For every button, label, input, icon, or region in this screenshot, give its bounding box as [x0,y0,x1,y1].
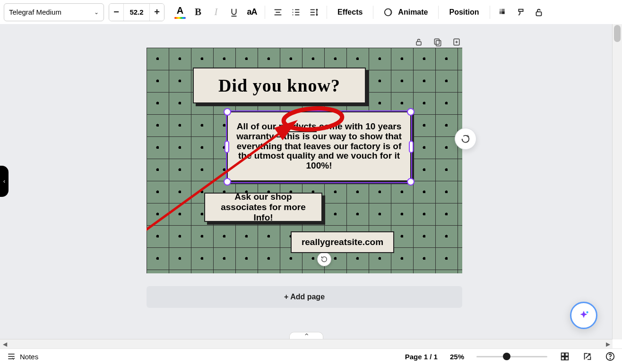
cta-text: Ask our shop associates for more Info! [214,192,313,223]
assistant-fab[interactable] [570,302,597,329]
svg-rect-35 [565,353,568,356]
rainbow-bar [174,17,186,19]
underline-button[interactable] [226,4,242,20]
collapse-panel-tab[interactable]: ‹ [0,166,9,197]
effects-button[interactable]: Effects [332,4,368,20]
title-box[interactable]: Did you know? [193,68,366,103]
font-name: Telegraf Medium [9,8,61,16]
svg-rect-16 [502,8,505,11]
unlock-page-icon[interactable] [414,37,423,47]
spacing-button[interactable] [306,4,322,20]
design-canvas[interactable]: Did you know? All of our prodycts come w… [147,48,462,273]
add-page-icon[interactable] [452,37,461,47]
title-text: Did you know? [218,75,340,96]
present-button[interactable] [582,351,593,362]
footer-right: Page 1 / 1 25% [405,351,615,362]
footer: Notes Page 1 / 1 25% [0,348,622,364]
svg-rect-19 [536,12,541,16]
text-color-button[interactable]: A [172,4,188,20]
zoom-slider[interactable] [476,352,547,361]
separator [373,6,373,19]
add-page-label: + Add page [284,293,325,301]
duplicate-page-icon[interactable] [433,37,442,47]
notes-button[interactable]: Notes [7,352,38,361]
help-button[interactable] [605,351,615,362]
copy-style-button[interactable] [513,4,529,20]
font-size-decrease[interactable]: − [109,4,123,21]
vertical-scrollbar[interactable] [612,24,622,339]
url-box[interactable]: reallygreatsite.com [291,231,394,253]
text-toolbar: Telegraf Medium ⌄ − + A B I aA Effects A… [0,0,622,25]
horizontal-scrollbar[interactable]: ◀ ▶ [0,339,613,349]
svg-point-6 [293,14,294,15]
scroll-thumb[interactable] [614,25,621,42]
separator [265,6,265,19]
svg-rect-22 [436,41,441,46]
lock-button[interactable] [531,4,547,20]
align-button[interactable] [270,4,286,20]
add-page-button[interactable]: + Add page [147,286,462,308]
case-button[interactable]: aA [244,4,260,20]
position-button[interactable]: Position [443,4,484,20]
svg-point-40 [610,358,610,359]
svg-rect-21 [434,39,439,44]
svg-rect-18 [502,11,505,14]
svg-line-38 [586,354,590,358]
text-color-letter: A [177,5,183,16]
page-actions [414,37,461,47]
notes-label: Notes [20,353,38,361]
svg-text:+: + [466,134,469,139]
svg-rect-17 [499,11,502,14]
transparency-button[interactable] [495,4,511,20]
font-size-increase[interactable]: + [150,4,164,21]
body-box[interactable]: All of our prodycts come with 10 years w… [227,111,411,181]
font-size-group: − + [109,3,164,21]
body-text: All of our prodycts come with 10 years w… [236,122,402,171]
url-text: reallygreatsite.com [302,237,383,247]
separator [490,6,490,19]
svg-point-30 [586,311,588,313]
svg-rect-36 [562,357,564,360]
font-picker[interactable]: Telegraf Medium ⌄ [4,3,104,21]
separator [438,6,439,19]
grid-view-button[interactable] [560,351,570,362]
svg-rect-37 [565,357,568,360]
canvas-page[interactable]: Did you know? All of our prodycts come w… [147,48,462,273]
svg-point-5 [293,12,294,13]
svg-point-4 [293,9,294,10]
animate-button[interactable]: Animate [378,4,433,20]
ai-suggest-button[interactable]: + [455,128,476,150]
zoom-percent[interactable]: 25% [450,353,464,361]
separator [327,6,327,19]
workspace[interactable]: Did you know? All of our prodycts come w… [0,24,613,339]
svg-rect-34 [562,353,564,356]
list-button[interactable] [288,4,304,20]
page-indicator[interactable]: Page 1 / 1 [405,353,438,361]
italic-button[interactable]: I [208,4,224,20]
scroll-right-icon[interactable]: ▶ [603,339,613,349]
svg-rect-15 [499,8,502,11]
typo-word: prodycts [278,121,316,132]
zoom-knob[interactable] [503,353,510,360]
scroll-left-icon[interactable]: ◀ [0,339,9,349]
rotate-handle[interactable] [317,252,331,266]
timeline-tab[interactable]: ⌃ [289,332,323,339]
bold-button[interactable]: B [190,4,206,20]
chevron-down-icon: ⌄ [94,9,99,16]
animate-label: Animate [398,8,428,17]
svg-rect-20 [416,42,421,45]
cta-box[interactable]: Ask our shop associates for more Info! [204,193,322,222]
font-size-input[interactable] [123,3,150,21]
